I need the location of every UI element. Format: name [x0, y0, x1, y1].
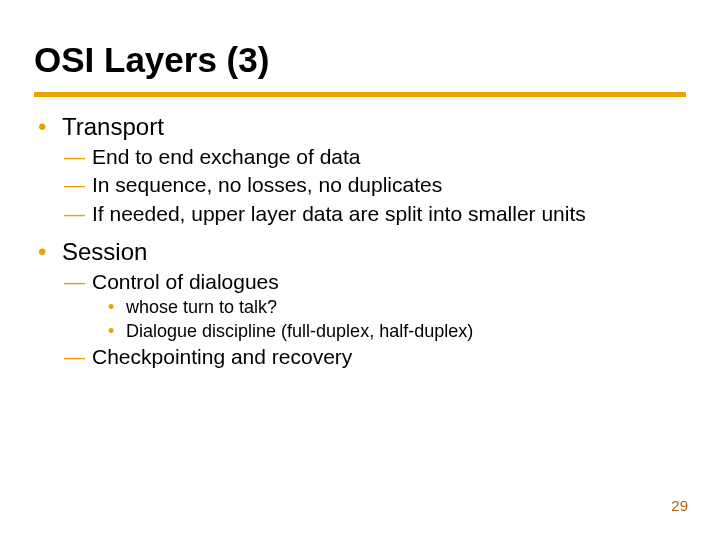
bullet-session: Session — [34, 237, 686, 267]
subbullet-split-units: If needed, upper layer data are split in… — [34, 201, 686, 227]
subbullet-checkpointing: Checkpointing and recovery — [34, 344, 686, 370]
subbullet-end-to-end: End to end exchange of data — [34, 144, 686, 170]
page-number: 29 — [671, 497, 688, 514]
subbullet-in-sequence: In sequence, no losses, no duplicates — [34, 172, 686, 198]
subsubbullet-whose-turn: whose turn to talk? — [34, 296, 686, 319]
slide-body: Transport End to end exchange of data In… — [34, 108, 686, 370]
bullet-transport: Transport — [34, 112, 686, 142]
spacer — [34, 227, 686, 233]
subbullet-control-dialogues: Control of dialogues — [34, 269, 686, 295]
slide-title: OSI Layers (3) — [34, 40, 269, 80]
slide: OSI Layers (3) Transport End to end exch… — [0, 0, 720, 540]
title-underline — [34, 92, 686, 97]
subsubbullet-dialogue-discipline: Dialogue discipline (full-duplex, half-d… — [34, 320, 686, 343]
